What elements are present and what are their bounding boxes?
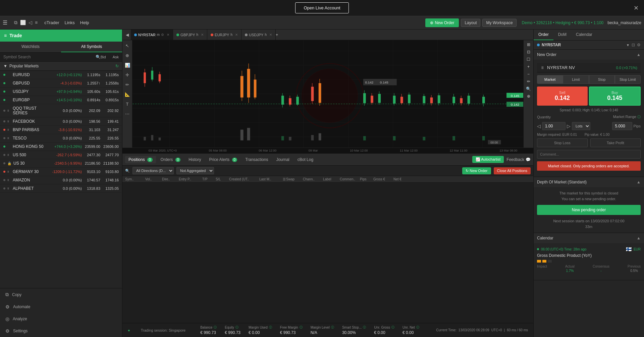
comment-input[interactable] — [537, 150, 641, 159]
list-item[interactable]: II FACEBOOK 0.0 (0.00%) 198.56 199.41 — [0, 117, 122, 126]
refresh-icon[interactable]: ↻ — [115, 64, 119, 68]
right-header-icon-2[interactable]: ⚙ — [637, 43, 641, 47]
unr-gross-info-icon[interactable]: ⓘ — [391, 325, 394, 330]
add-chart-tab-button[interactable]: + — [276, 33, 278, 37]
tab-journal[interactable]: Journal — [273, 156, 292, 163]
dom-section-header[interactable]: Depth Of Market (Standard) ▲ — [534, 177, 644, 187]
chart-tool-crosshair[interactable]: ✛ — [124, 71, 130, 78]
chart-right-tool-3[interactable]: ☐ — [527, 57, 530, 62]
list-item[interactable]: USDJPY +97.9 (+0.94%) 105.60s 105.61s — [0, 88, 122, 96]
aggregation-filter[interactable]: Not Aggregated — [176, 167, 214, 174]
unr-net-info-icon[interactable]: ⓘ — [416, 325, 419, 330]
units-select[interactable]: Lots — [572, 122, 590, 130]
open-live-account-button[interactable]: Open Live Account — [295, 2, 348, 13]
nyrstar-close-icon[interactable]: ✕ — [167, 33, 169, 37]
chart-tool-cursor[interactable]: ↖ — [124, 42, 130, 49]
symbol-group-popular[interactable]: ▼ Popular Markets ↻ — [0, 62, 122, 71]
nav-ctrader[interactable]: cTrader — [44, 20, 59, 25]
chart-tab-usdjpy[interactable]: USDJPY h ✕ — [241, 30, 276, 40]
right-tab-dom[interactable]: DoM — [553, 30, 571, 40]
chart-tool-zoom[interactable]: ⊕ — [124, 52, 130, 59]
chart-right-tool-2[interactable]: ⊡ — [527, 50, 530, 54]
tab-watchlists[interactable]: Watchlists — [0, 42, 61, 52]
dom-collapse-icon[interactable]: ▲ — [637, 180, 641, 184]
chart-tab-gbpjpy[interactable]: GBPJPY h ✕ — [173, 30, 207, 40]
equity-info-icon[interactable]: ⓘ — [235, 325, 238, 330]
order-type-limit[interactable]: Limit — [563, 75, 589, 84]
tab-cbot-log[interactable]: cBot Log — [294, 156, 317, 163]
margin-used-info-icon[interactable]: ⓘ — [269, 325, 272, 330]
feedback-button[interactable]: Feedback 💬 — [506, 157, 531, 162]
layout-button[interactable]: Layout — [461, 19, 480, 27]
order-type-stop[interactable]: Stop — [589, 75, 615, 84]
list-item[interactable]: II AMAZON 0.0 (0.00%) 1740.57 1748.16 — [0, 176, 122, 184]
tab-price-alerts[interactable]: Price Alerts 0 — [206, 156, 241, 163]
chart-tool-text[interactable]: T — [125, 101, 130, 108]
chart-tab-eurjpy[interactable]: EURJPY h ✕ — [207, 30, 241, 40]
sell-button[interactable]: Sell 0.142 — [537, 87, 588, 106]
list-item[interactable]: II GERMANY 30 -1209.0 (-11.72%) 9103.10 … — [0, 168, 122, 176]
list-item[interactable]: EURGBP +14.5 (+0.16%) 0.8914s 0.8915s — [0, 96, 122, 104]
symbol-dropdown-icon[interactable]: ▼ — [626, 43, 630, 47]
search-input[interactable] — [3, 55, 96, 59]
sidebar-analyze[interactable]: ◎ Analyze — [0, 313, 122, 325]
tab-all-symbols[interactable]: All Symbols — [61, 42, 122, 52]
tab-history[interactable]: History — [185, 156, 204, 163]
chart-tool-more[interactable]: ⋯ — [124, 110, 130, 117]
margin-level-info-icon[interactable]: ⓘ — [331, 325, 334, 330]
new-order-button[interactable]: ⊕ New Order — [425, 18, 459, 27]
new-order-collapse-icon[interactable]: ▲ — [637, 52, 641, 57]
chart-tab-left-arrow[interactable]: ◀ — [124, 33, 131, 37]
list-item[interactable]: II TESCO 0.0 (0.00%) 225.55 226.55 — [0, 134, 122, 143]
right-tab-calendar[interactable]: Calendar — [571, 30, 597, 40]
tab-orders[interactable]: Orders 0 — [157, 156, 184, 163]
close-all-button[interactable]: Close All Positions — [494, 167, 531, 174]
chart-right-tool-5[interactable]: − — [527, 72, 530, 76]
chart-tab-nyrstar[interactable]: NYRSTAR m ⚙ ✕ — [131, 30, 173, 40]
chart-tool-draw[interactable]: ✏ — [124, 81, 130, 88]
nav-help[interactable]: Help — [80, 20, 89, 25]
tool-icon-4[interactable]: ≡ — [35, 20, 38, 25]
list-item[interactable]: GBPUSD -4.3 (-0.03%) 1.2557↑ 1.2558s — [0, 79, 122, 88]
tool-icon-3[interactable]: ◁ — [29, 20, 32, 25]
list-item[interactable]: II US 500 -262.7 (-9.59%) 2477.30 2477.7… — [0, 151, 122, 159]
list-item[interactable]: II BNP PARIBAS -3.8 (-10.91%) 31.103 31.… — [0, 126, 122, 134]
chart-right-tool-4[interactable]: + — [527, 64, 530, 69]
close-banner-button[interactable]: ✕ — [634, 4, 639, 12]
list-item[interactable]: EURUSD +12.0 (+0.11%) 1.1195s 1.1195s — [0, 71, 122, 79]
workspace-button[interactable]: My Workspace — [482, 19, 516, 27]
list-item[interactable]: HONG KONG 50 +744.0 (+3.26%) 23599.00 23… — [0, 143, 122, 151]
directions-filter[interactable]: All Directions (D... — [132, 167, 174, 174]
range-input[interactable] — [612, 122, 632, 130]
calendar-section-header[interactable]: Calendar ▲ — [534, 233, 644, 243]
tab-transactions[interactable]: Transactions — [242, 156, 271, 163]
list-item[interactable]: II ALPHABET 0.0 (0.00%) 1318.83 1325.05 — [0, 184, 122, 193]
take-profit-button[interactable]: Take Profit — [590, 138, 641, 147]
quantity-up-arrow[interactable]: ▷ — [567, 123, 571, 129]
free-margin-info-icon[interactable]: ⓘ — [300, 325, 303, 330]
right-tab-order[interactable]: Order — [534, 30, 553, 40]
stop-loss-button[interactable]: Stop Loss — [537, 138, 588, 147]
usdjpy-close-icon[interactable]: ✕ — [269, 33, 272, 37]
market-range-info-icon[interactable]: ⓘ — [637, 115, 641, 119]
list-item[interactable]: 🔒 US 30 -2340.5 (-9.95%) 21186.50 21188.… — [0, 159, 122, 168]
gbpjpy-close-icon[interactable]: ✕ — [201, 33, 204, 37]
chart-right-tool-8[interactable]: ⊕ — [527, 94, 530, 99]
chart-tool-measure[interactable]: 📐 — [124, 91, 131, 98]
chart-right-tool-7[interactable]: 🔍 — [526, 87, 531, 91]
balance-info-icon[interactable]: ⓘ — [214, 325, 217, 330]
dom-new-order-button[interactable]: New pending order — [537, 205, 641, 215]
nav-links-item[interactable]: Links — [64, 20, 74, 25]
tool-icon-2[interactable]: ⬜ — [20, 20, 26, 25]
new-order-small-button[interactable]: ↻ New Order — [462, 167, 491, 174]
chart-right-tool-1[interactable]: ⊞ — [527, 42, 530, 47]
chart-right-tool-6[interactable]: ✏ — [527, 79, 530, 84]
quantity-input[interactable] — [542, 122, 566, 130]
new-order-section-header[interactable]: New Order ▲ — [534, 50, 644, 60]
right-header-icon-1[interactable]: ⊡ — [632, 43, 635, 47]
quantity-down-arrow[interactable]: ◁ — [537, 123, 541, 129]
sidebar-automate[interactable]: ⚙ Automate — [0, 301, 122, 313]
list-item[interactable]: II QQQ TRUST SERIES 0.0 (0.00%) 202.09 2… — [0, 104, 122, 117]
menu-icon[interactable]: ☰ — [3, 19, 7, 26]
order-type-market[interactable]: Market — [537, 75, 563, 84]
